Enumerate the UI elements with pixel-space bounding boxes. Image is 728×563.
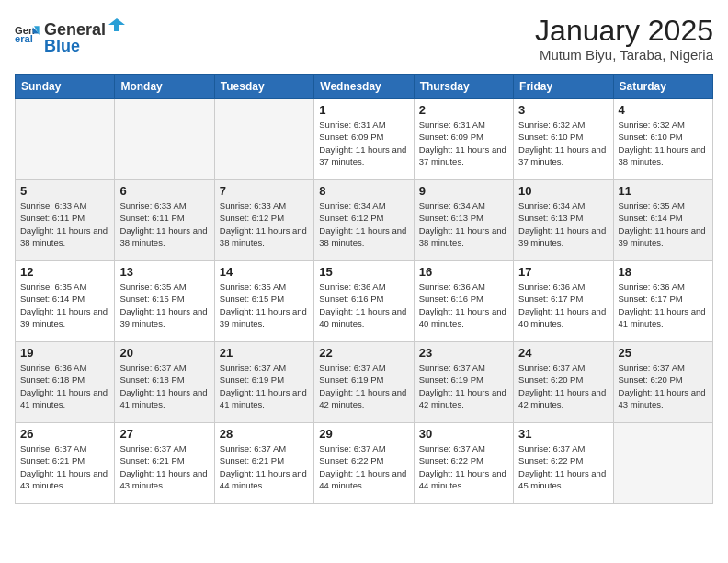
table-row: 19Sunrise: 6:36 AM Sunset: 6:18 PM Dayli…	[16, 342, 115, 423]
table-row: 3Sunrise: 6:32 AM Sunset: 6:10 PM Daylig…	[514, 99, 613, 180]
cell-info: Sunrise: 6:37 AM Sunset: 6:20 PM Dayligh…	[619, 362, 708, 410]
table-row: 20Sunrise: 6:37 AM Sunset: 6:18 PM Dayli…	[115, 342, 214, 423]
table-row: 29Sunrise: 6:37 AM Sunset: 6:22 PM Dayli…	[314, 423, 414, 504]
table-row: 23Sunrise: 6:37 AM Sunset: 6:19 PM Dayli…	[414, 342, 513, 423]
table-row: 7Sunrise: 6:33 AM Sunset: 6:12 PM Daylig…	[214, 180, 313, 261]
header-monday: Monday	[115, 75, 214, 99]
calendar-header-row: Sunday Monday Tuesday Wednesday Thursday…	[16, 75, 713, 99]
table-row: 12Sunrise: 6:35 AM Sunset: 6:14 PM Dayli…	[16, 261, 115, 342]
table-row: 30Sunrise: 6:37 AM Sunset: 6:22 PM Dayli…	[414, 423, 513, 504]
day-number: 2	[419, 103, 508, 117]
logo-blue: Blue	[44, 38, 128, 54]
day-number: 23	[419, 346, 508, 360]
cell-info: Sunrise: 6:37 AM Sunset: 6:22 PM Dayligh…	[419, 442, 508, 491]
header-thursday: Thursday	[414, 75, 513, 99]
day-number: 31	[518, 427, 608, 441]
svg-text:eral: eral	[15, 33, 33, 44]
day-number: 16	[419, 265, 508, 279]
day-number: 3	[518, 103, 608, 117]
table-row: 9Sunrise: 6:34 AM Sunset: 6:13 PM Daylig…	[414, 180, 513, 261]
day-number: 9	[419, 184, 508, 198]
cell-info: Sunrise: 6:37 AM Sunset: 6:18 PM Dayligh…	[119, 362, 209, 410]
table-row: 17Sunrise: 6:36 AM Sunset: 6:17 PM Dayli…	[514, 261, 613, 342]
logo-icon: Gen eral	[15, 22, 40, 48]
cell-info: Sunrise: 6:35 AM Sunset: 6:15 PM Dayligh…	[220, 281, 309, 329]
cell-info: Sunrise: 6:37 AM Sunset: 6:22 PM Dayligh…	[518, 442, 608, 491]
table-row: 5Sunrise: 6:33 AM Sunset: 6:11 PM Daylig…	[16, 180, 115, 261]
cell-info: Sunrise: 6:35 AM Sunset: 6:14 PM Dayligh…	[20, 281, 109, 329]
table-row: 31Sunrise: 6:37 AM Sunset: 6:22 PM Dayli…	[514, 423, 613, 504]
day-number: 11	[619, 184, 708, 198]
day-number: 5	[20, 184, 109, 198]
day-number: 10	[518, 184, 608, 198]
calendar-week-row: 19Sunrise: 6:36 AM Sunset: 6:18 PM Dayli…	[16, 342, 713, 423]
cell-info: Sunrise: 6:33 AM Sunset: 6:11 PM Dayligh…	[20, 200, 109, 248]
table-row: 8Sunrise: 6:34 AM Sunset: 6:12 PM Daylig…	[314, 180, 414, 261]
table-row: 25Sunrise: 6:37 AM Sunset: 6:20 PM Dayli…	[613, 342, 712, 423]
table-row: 18Sunrise: 6:36 AM Sunset: 6:17 PM Dayli…	[613, 261, 712, 342]
cell-info: Sunrise: 6:37 AM Sunset: 6:19 PM Dayligh…	[319, 362, 408, 410]
day-number: 13	[119, 265, 209, 279]
header-saturday: Saturday	[613, 75, 712, 99]
table-row: 26Sunrise: 6:37 AM Sunset: 6:21 PM Dayli…	[16, 423, 115, 504]
cell-info: Sunrise: 6:37 AM Sunset: 6:19 PM Dayligh…	[419, 362, 508, 410]
table-row: 10Sunrise: 6:34 AM Sunset: 6:13 PM Dayli…	[514, 180, 613, 261]
cell-info: Sunrise: 6:35 AM Sunset: 6:14 PM Dayligh…	[619, 200, 708, 248]
logo-text: General Blue	[44, 15, 128, 54]
day-number: 21	[220, 346, 309, 360]
day-number: 30	[419, 427, 508, 441]
table-row: 16Sunrise: 6:36 AM Sunset: 6:16 PM Dayli…	[414, 261, 513, 342]
day-number: 27	[119, 427, 209, 441]
table-row: 22Sunrise: 6:37 AM Sunset: 6:19 PM Dayli…	[314, 342, 414, 423]
day-number: 15	[319, 265, 408, 279]
cell-info: Sunrise: 6:37 AM Sunset: 6:20 PM Dayligh…	[518, 362, 608, 410]
table-row	[214, 99, 313, 180]
table-row: 4Sunrise: 6:32 AM Sunset: 6:10 PM Daylig…	[613, 99, 712, 180]
header-friday: Friday	[514, 75, 613, 99]
logo-bird-icon	[107, 15, 127, 35]
location: Mutum Biyu, Taraba, Nigeria	[535, 47, 713, 63]
page-header: Gen eral General Blue January 2025 Mutum…	[15, 15, 713, 63]
header-wednesday: Wednesday	[314, 75, 414, 99]
cell-info: Sunrise: 6:34 AM Sunset: 6:13 PM Dayligh…	[419, 200, 508, 248]
cell-info: Sunrise: 6:37 AM Sunset: 6:21 PM Dayligh…	[119, 442, 209, 491]
day-number: 20	[119, 346, 209, 360]
table-row: 1Sunrise: 6:31 AM Sunset: 6:09 PM Daylig…	[314, 99, 414, 180]
table-row: 14Sunrise: 6:35 AM Sunset: 6:15 PM Dayli…	[214, 261, 313, 342]
day-number: 12	[20, 265, 109, 279]
cell-info: Sunrise: 6:37 AM Sunset: 6:21 PM Dayligh…	[220, 442, 309, 491]
day-number: 22	[319, 346, 408, 360]
table-row: 6Sunrise: 6:33 AM Sunset: 6:11 PM Daylig…	[115, 180, 214, 261]
cell-info: Sunrise: 6:37 AM Sunset: 6:22 PM Dayligh…	[319, 442, 408, 491]
cell-info: Sunrise: 6:36 AM Sunset: 6:16 PM Dayligh…	[319, 281, 408, 329]
table-row	[613, 423, 712, 504]
table-row	[16, 99, 115, 180]
calendar-week-row: 26Sunrise: 6:37 AM Sunset: 6:21 PM Dayli…	[16, 423, 713, 504]
logo: Gen eral General Blue	[15, 15, 128, 54]
calendar-week-row: 1Sunrise: 6:31 AM Sunset: 6:09 PM Daylig…	[16, 99, 713, 180]
cell-info: Sunrise: 6:31 AM Sunset: 6:09 PM Dayligh…	[319, 119, 408, 167]
table-row: 28Sunrise: 6:37 AM Sunset: 6:21 PM Dayli…	[214, 423, 313, 504]
day-number: 1	[319, 103, 408, 117]
cell-info: Sunrise: 6:36 AM Sunset: 6:17 PM Dayligh…	[518, 281, 608, 329]
header-sunday: Sunday	[16, 75, 115, 99]
cell-info: Sunrise: 6:34 AM Sunset: 6:13 PM Dayligh…	[518, 200, 608, 248]
table-row: 11Sunrise: 6:35 AM Sunset: 6:14 PM Dayli…	[613, 180, 712, 261]
day-number: 24	[518, 346, 608, 360]
day-number: 19	[20, 346, 109, 360]
table-row: 21Sunrise: 6:37 AM Sunset: 6:19 PM Dayli…	[214, 342, 313, 423]
calendar-table: Sunday Monday Tuesday Wednesday Thursday…	[15, 74, 713, 504]
day-number: 26	[20, 427, 109, 441]
logo-general: General	[44, 21, 106, 38]
cell-info: Sunrise: 6:34 AM Sunset: 6:12 PM Dayligh…	[319, 200, 408, 248]
day-number: 17	[518, 265, 608, 279]
cell-info: Sunrise: 6:33 AM Sunset: 6:11 PM Dayligh…	[119, 200, 209, 248]
cell-info: Sunrise: 6:33 AM Sunset: 6:12 PM Dayligh…	[220, 200, 309, 248]
day-number: 18	[619, 265, 708, 279]
day-number: 7	[220, 184, 309, 198]
cell-info: Sunrise: 6:32 AM Sunset: 6:10 PM Dayligh…	[619, 119, 708, 167]
cell-info: Sunrise: 6:37 AM Sunset: 6:21 PM Dayligh…	[20, 442, 109, 491]
table-row: 24Sunrise: 6:37 AM Sunset: 6:20 PM Dayli…	[514, 342, 613, 423]
calendar-week-row: 5Sunrise: 6:33 AM Sunset: 6:11 PM Daylig…	[16, 180, 713, 261]
calendar-week-row: 12Sunrise: 6:35 AM Sunset: 6:14 PM Dayli…	[16, 261, 713, 342]
